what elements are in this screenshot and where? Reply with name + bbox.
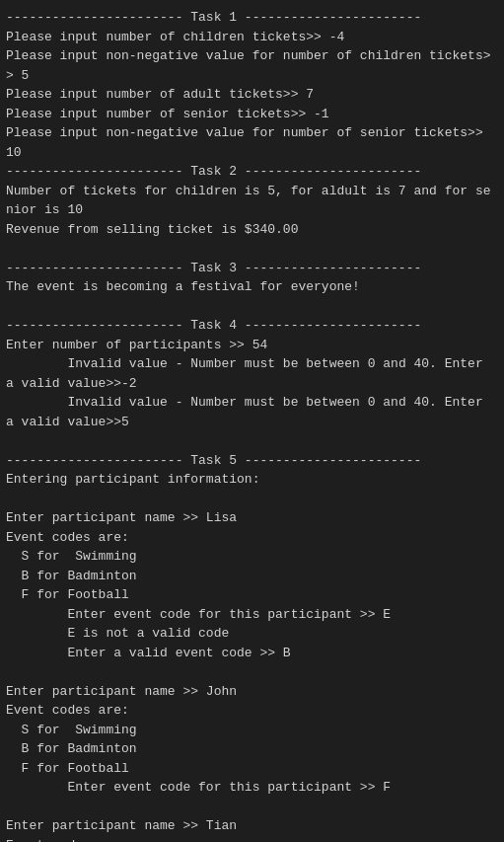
terminal-output: ----------------------- Task 1 ---------… [0, 0, 504, 842]
